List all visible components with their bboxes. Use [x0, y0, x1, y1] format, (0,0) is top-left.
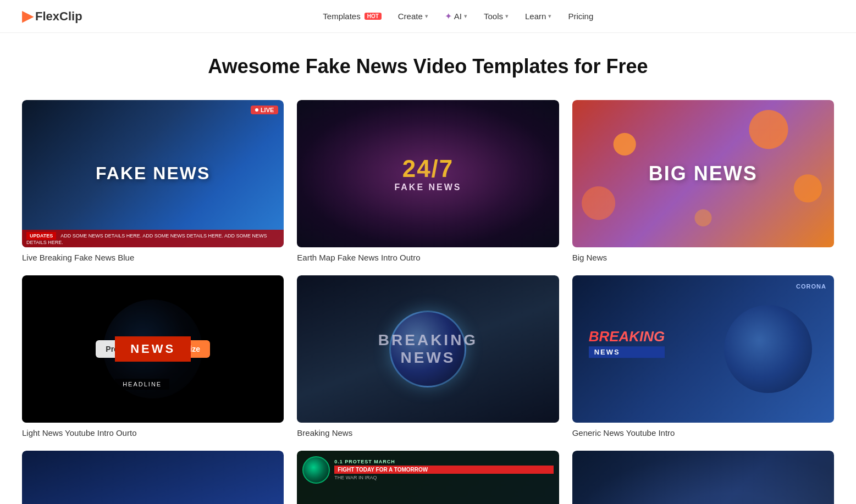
- logo[interactable]: ▶ FlexClip: [22, 8, 82, 25]
- nav-item-learn[interactable]: Learn ▾: [518, 8, 558, 24]
- thumbnail-2: 24/7 FAKE NEWS Preview Customize: [297, 100, 559, 247]
- preview-button-6[interactable]: Preview: [646, 340, 695, 358]
- template-grid: LIVE FAKE NEWS UPDATES ADD SOME NEWS DET…: [11, 100, 845, 504]
- thumbnail-4: NEWS HEADLINE Preview Customize: [22, 275, 284, 423]
- template-card-3[interactable]: BIG NEWS Preview Customize Big News: [572, 100, 834, 262]
- template-name-2: Earth Map Fake News Intro Outro: [297, 253, 559, 262]
- navbar: ▶ FlexClip Templates HOT Create ▾ ✦ AI ▾…: [0, 0, 856, 33]
- nav-item-ai[interactable]: ✦ AI ▾: [438, 8, 474, 25]
- template-card-5[interactable]: BREAKING NEWS Preview Customize Breaking…: [297, 275, 559, 437]
- template-card-7[interactable]: TODAY NEWS FUNNY NEWS IN YOUR DINNERTIME…: [22, 451, 284, 504]
- nav-link-templates[interactable]: Templates HOT: [316, 8, 388, 24]
- nav-item-create[interactable]: Create ▾: [391, 8, 435, 24]
- preview-button-2[interactable]: Preview: [371, 165, 420, 182]
- thumb-news-badge-wrapper: NEWS HEADLINE: [115, 336, 191, 362]
- preview-button-5[interactable]: Preview: [371, 340, 420, 358]
- thumbnail-3: BIG NEWS Preview Customize: [572, 100, 834, 247]
- nav-link-learn[interactable]: Learn ▾: [518, 8, 558, 24]
- logo-text: FlexClip: [35, 9, 82, 24]
- thumbnail-7: TODAY NEWS FUNNY NEWS IN YOUR DINNERTIME…: [22, 451, 284, 504]
- ai-sparkle-icon: ✦: [445, 11, 452, 21]
- chevron-down-icon-tools: ▾: [505, 13, 509, 20]
- customize-button-5[interactable]: Customize: [427, 340, 485, 358]
- main-content: Awesome Fake News Video Templates for Fr…: [0, 33, 856, 504]
- thumb-headline-3: BIG NEWS: [649, 162, 758, 185]
- thumb-headline-4: HEADLINE: [115, 379, 169, 390]
- template-card-2[interactable]: 24/7 FAKE NEWS Preview Customize Earth M…: [297, 100, 559, 262]
- chevron-down-icon-learn: ▾: [548, 13, 551, 20]
- thumbnail-5: BREAKING NEWS Preview Customize: [297, 275, 559, 423]
- nav-link-create[interactable]: Create ▾: [391, 8, 435, 24]
- thumb-headline-1: FAKE NEWS: [96, 163, 210, 184]
- template-name-5: Breaking News: [297, 428, 559, 437]
- template-card-1[interactable]: LIVE FAKE NEWS UPDATES ADD SOME NEWS DET…: [22, 100, 284, 262]
- nav-item-templates[interactable]: Templates HOT: [316, 8, 388, 24]
- page-title: Awesome Fake News Video Templates for Fr…: [11, 55, 845, 78]
- nav-link-tools[interactable]: Tools ▾: [477, 8, 515, 24]
- thumb-news-badge: NEWS: [115, 336, 191, 362]
- chevron-down-icon: ▾: [425, 13, 428, 20]
- customize-button-6[interactable]: Customize: [702, 340, 760, 358]
- nav-link-ai[interactable]: ✦ AI ▾: [438, 8, 474, 25]
- live-badge-1: LIVE: [251, 106, 278, 114]
- template-card-9[interactable]: NEWS CHANNEL Preview Customize News Chan…: [572, 451, 834, 504]
- template-name-6: Generic News Youtube Intro: [572, 428, 834, 437]
- logo-icon: ▶: [22, 8, 33, 25]
- template-name-4: Light News Youtube Intro Ourto: [22, 428, 284, 437]
- nav-item-pricing[interactable]: Pricing: [561, 8, 600, 24]
- nav-links: Templates HOT Create ▾ ✦ AI ▾ Tools ▾: [316, 8, 600, 25]
- thumbnail-9: NEWS CHANNEL Preview Customize: [572, 451, 834, 504]
- nav-item-tools[interactable]: Tools ▾: [477, 8, 515, 24]
- customize-button-2[interactable]: Customize: [427, 165, 485, 182]
- template-name-1: Live Breaking Fake News Blue: [22, 253, 284, 262]
- template-card-4[interactable]: NEWS HEADLINE Preview Customize Light Ne…: [22, 275, 284, 437]
- template-card-6[interactable]: CORONA BREAKING NEWS Preview Customize G…: [572, 275, 834, 437]
- thumbnail-1: LIVE FAKE NEWS UPDATES ADD SOME NEWS DET…: [22, 100, 284, 247]
- nav-link-pricing[interactable]: Pricing: [561, 8, 600, 24]
- thumbnail-6: CORONA BREAKING NEWS Preview Customize: [572, 275, 834, 423]
- chevron-down-icon-ai: ▾: [464, 13, 467, 20]
- hot-badge: HOT: [365, 13, 382, 20]
- live-dot: [255, 108, 258, 112]
- thumbnail-8: 0.1 PROTEST MARCH FIGHT TODAY FOR A TOMO…: [297, 451, 559, 504]
- template-card-8[interactable]: 0.1 PROTEST MARCH FIGHT TODAY FOR A TOMO…: [297, 451, 559, 504]
- template-name-3: Big News: [572, 253, 834, 262]
